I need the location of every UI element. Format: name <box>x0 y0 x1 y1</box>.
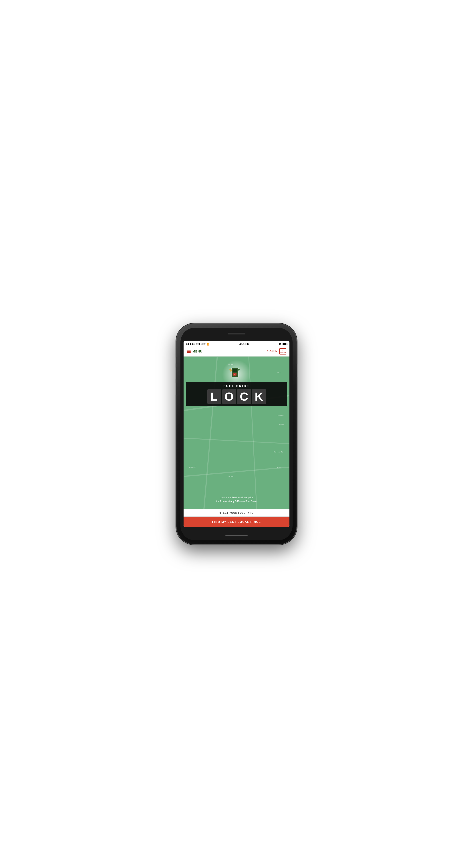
fuel-price-title: FUEL PRICE <box>188 384 285 388</box>
map-label-yarra: Yarra B. <box>277 415 284 416</box>
dot-4 <box>192 343 193 345</box>
fuel-pump-icon: 7 <box>229 364 244 380</box>
phone-inner: TELNET 📶 4:21 PM B <box>180 328 293 540</box>
dot-2 <box>188 343 189 345</box>
lock-letter-k: K <box>252 389 266 404</box>
map-label-malvern: Malvern Rd <box>274 451 283 453</box>
map-road-h3 <box>184 466 290 477</box>
lock-letter-c: C <box>237 389 251 404</box>
sign-in-area[interactable]: SIGN IN 7ELEVEN <box>267 348 286 354</box>
wifi-icon: 📶 <box>206 343 210 346</box>
phone-device: TELNET 📶 4:21 PM B <box>176 324 297 544</box>
logo-text: 7ELEVEN <box>280 350 286 353</box>
svg-rect-2 <box>230 369 231 371</box>
dot-3 <box>190 343 191 345</box>
map-label-golf: Golf C. <box>279 424 285 425</box>
carrier-label: TELNET <box>196 343 206 345</box>
hamburger-line-1 <box>187 350 191 350</box>
home-indicator[interactable] <box>225 535 248 536</box>
mute-button[interactable] <box>175 357 176 364</box>
phone-screen: TELNET 📶 4:21 PM B <box>183 341 290 527</box>
dot-1 <box>186 343 188 345</box>
map-label-hill: HILL <box>277 372 281 373</box>
map-label-orbal: ORBAL <box>228 476 234 477</box>
svg-rect-7 <box>238 369 240 370</box>
lock-letters: L O C K <box>188 389 285 404</box>
seven-eleven-logo: 7ELEVEN <box>279 348 286 354</box>
status-bar: TELNET 📶 4:21 PM B <box>183 341 290 346</box>
find-price-button[interactable]: FIND MY BEST LOCAL PRICE <box>183 517 290 527</box>
fuel-type-label: SET YOUR FUEL TYPE <box>223 512 254 514</box>
volume-up-button[interactable] <box>175 367 176 379</box>
description-line2: for 7 days at any 7-Eleven Fuel Store <box>216 500 257 503</box>
svg-rect-3 <box>233 369 237 372</box>
find-price-text: FIND MY BEST LOCAL PRICE <box>212 520 261 524</box>
menu-button[interactable]: MENU <box>187 350 202 353</box>
bluetooth-icon: B <box>279 343 281 345</box>
status-left: TELNET 📶 <box>186 343 210 346</box>
signal-dots <box>186 343 195 345</box>
map-road-h2 <box>183 438 290 444</box>
svg-text:7: 7 <box>234 373 235 375</box>
map-section: NORTH HILL Yarra B. Golf C. Malvern Rd A… <box>183 356 290 509</box>
hamburger-line-2 <box>187 351 191 351</box>
fuel-type-selector[interactable]: SET YOUR FUEL TYPE <box>183 509 290 517</box>
fuel-pump-icon-container: 7 <box>228 363 245 381</box>
phone-speaker <box>228 333 245 335</box>
hamburger-icon <box>187 350 191 353</box>
map-label-albert: ALBERT <box>189 466 196 468</box>
volume-down-button[interactable] <box>175 383 176 395</box>
menu-label: MENU <box>193 350 202 353</box>
arrow-up-icon <box>219 512 221 513</box>
fuel-price-lock-banner: FUEL PRICE L O C K <box>186 382 287 406</box>
map-road-v1 <box>203 357 218 509</box>
description-text: Lock in our best local fuel price for 7 … <box>183 496 290 503</box>
lock-letter-o: O <box>222 389 236 404</box>
lock-letter-l: L <box>207 389 221 404</box>
dot-5 <box>193 343 195 345</box>
hamburger-line-3 <box>187 352 191 353</box>
nav-bar: MENU SIGN IN 7ELEVEN <box>183 346 290 356</box>
sign-in-text: SIGN IN <box>267 350 277 353</box>
selector-arrows-icon <box>219 512 221 514</box>
map-label-alma: Alma <box>277 466 281 468</box>
description-line1: Lock in our best local fuel price <box>219 496 253 499</box>
status-right: B <box>279 343 287 345</box>
arrow-down-icon <box>219 513 221 514</box>
status-time: 4:21 PM <box>239 342 249 346</box>
battery-indicator <box>282 343 287 345</box>
power-button[interactable] <box>297 364 298 377</box>
bottom-controls: SET YOUR FUEL TYPE FIND MY BEST LOCAL PR… <box>183 509 290 527</box>
battery-fill <box>282 343 286 345</box>
